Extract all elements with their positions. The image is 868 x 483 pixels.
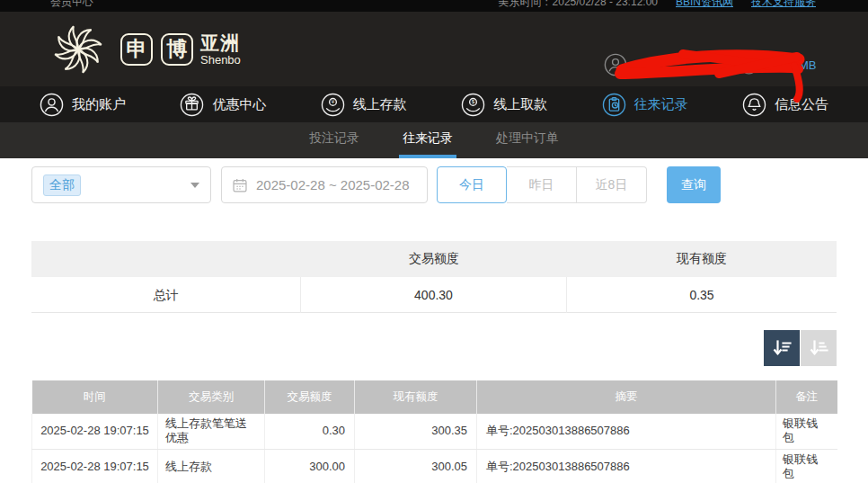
balance-coin-icon[interactable] — [740, 56, 758, 75]
summary-total-balance: 0.35 — [567, 277, 837, 313]
nav-label: 我的账户 — [72, 96, 126, 113]
yesterday-button[interactable]: 昨日 — [507, 166, 577, 203]
sort-ascending-icon — [808, 337, 829, 359]
today-button[interactable]: 今日 — [437, 166, 507, 203]
date-range-text: 2025-02-28 ~ 2025-02-28 — [256, 177, 410, 192]
nav-item-withdraw[interactable]: $ 线上取款 — [461, 93, 547, 117]
cell-balance: 300.35 — [355, 414, 477, 449]
header-amount: 交易额度 — [265, 380, 355, 414]
tab-label: 往来记录 — [403, 130, 453, 147]
table-row: 2025-02-28 19:07:15 线上存款 300.00 300.05 单… — [32, 449, 837, 483]
cell-type: 线上存款笔笔送优惠 — [158, 414, 265, 449]
cell-note: 银联钱包 — [776, 414, 837, 449]
table-row: 2025-02-28 19:07:15 线上存款笔笔送优惠 0.30 300.3… — [32, 414, 837, 449]
sort-descending-icon — [771, 337, 793, 359]
logo-char-bo: 博 — [161, 33, 193, 66]
user-icon — [40, 93, 64, 117]
main-nav: 我的账户 优惠中心 ¥ 线上存款 $ — [0, 86, 868, 122]
cell-note: 银联钱包 — [776, 449, 837, 483]
records-header-row: 时间 交易类别 交易额度 现有额度 摘要 备注 — [32, 380, 837, 414]
cell-amount: 0.30 — [265, 414, 355, 449]
category-select[interactable]: 全部 — [31, 166, 211, 203]
cell-time: 2025-02-28 19:07:15 — [32, 449, 158, 483]
svg-text:¥: ¥ — [332, 98, 335, 104]
records-icon — [602, 93, 626, 117]
content: 全部 2025-02-28 ~ 2025-02-28 今日 昨日 近8日 查询 — [0, 166, 868, 483]
tab-betting-records[interactable]: 投注记录 — [306, 122, 363, 158]
svg-text:$: $ — [472, 98, 475, 104]
summary-header-balance: 现有额度 — [567, 251, 837, 267]
withdraw-icon: $ — [461, 93, 485, 117]
tab-pending-orders[interactable]: 处理中订单 — [492, 122, 562, 158]
balance-text: MB — [799, 58, 817, 72]
tech-support-link[interactable]: 技术支持服务 — [751, 0, 816, 10]
cell-amount: 300.00 — [265, 449, 355, 483]
nav-label: 信息公告 — [775, 96, 828, 113]
cell-time: 2025-02-28 19:07:15 — [32, 414, 158, 449]
header-note: 备注 — [776, 380, 837, 414]
cell-summary: 单号:202503013886507886 — [477, 449, 776, 483]
brand-header: 申 博 亚洲 Shenbo MB — [0, 12, 868, 86]
tab-transaction-records[interactable]: 往来记录 — [399, 122, 456, 158]
records-table: 时间 交易类别 交易额度 现有额度 摘要 备注 2025-02-28 19:07… — [31, 380, 837, 483]
category-selected-chip: 全部 — [43, 174, 81, 196]
summary-header-row: 交易额度 现有额度 — [31, 241, 837, 277]
summary-total-row: 总计 400.30 0.35 — [31, 277, 837, 313]
bbin-news-link[interactable]: BBIN资讯网 — [676, 0, 733, 10]
sub-tabs: 投注记录 往来记录 处理中订单 — [0, 122, 868, 158]
nav-item-announcements[interactable]: 信息公告 — [742, 93, 828, 117]
quick-date-group: 今日 昨日 近8日 — [437, 166, 647, 203]
gift-icon — [180, 93, 204, 117]
header-summary: 摘要 — [477, 380, 776, 414]
sort-descending-button[interactable] — [764, 330, 800, 366]
calendar-icon — [232, 177, 248, 193]
cell-balance: 300.05 — [355, 449, 477, 483]
nav-item-deposit[interactable]: ¥ 线上存款 — [321, 93, 407, 117]
logo-latin-label: Shenbo — [200, 54, 241, 66]
logo-region-label: 亚洲 — [200, 33, 241, 52]
logo-char-shen: 申 — [120, 33, 153, 66]
top-utility-bar: 会员中心 美东时间：2025/02/28 - 23:12:00 BBIN资讯网 … — [0, 0, 868, 12]
page: 会员中心 美东时间：2025/02/28 - 23:12:00 BBIN资讯网 … — [0, 0, 868, 483]
member-center-link[interactable]: 会员中心 — [50, 0, 93, 10]
summary-total-label: 总计 — [31, 277, 301, 313]
search-button[interactable]: 查询 — [667, 166, 721, 203]
date-range-input[interactable]: 2025-02-28 ~ 2025-02-28 — [221, 166, 428, 203]
tab-label: 投注记录 — [309, 130, 359, 147]
nav-label: 优惠中心 — [212, 96, 266, 113]
cell-type: 线上存款 — [158, 449, 265, 483]
summary-header-transaction: 交易额度 — [301, 251, 567, 267]
nav-item-promotions[interactable]: 优惠中心 — [180, 93, 266, 117]
bell-icon — [742, 93, 766, 117]
nav-label: 线上存款 — [353, 96, 407, 113]
shenbo-logo[interactable]: 申 博 亚洲 Shenbo — [49, 20, 241, 79]
header-balance: 现有额度 — [355, 380, 477, 414]
cell-summary: 单号:202503013886507886 — [477, 414, 776, 449]
header-time: 时间 — [32, 380, 158, 414]
nav-label: 线上取款 — [493, 96, 547, 113]
server-time-label: 美东时间：2025/02/28 - 23:12:00 — [499, 0, 658, 10]
tab-label: 处理中订单 — [496, 130, 559, 147]
nav-label: 往来记录 — [634, 96, 688, 113]
last-8-days-button[interactable]: 近8日 — [577, 166, 647, 203]
flower-logo-icon — [49, 20, 108, 79]
header-type: 交易类别 — [158, 380, 265, 414]
deposit-icon: ¥ — [321, 93, 345, 117]
nav-item-transaction-records[interactable]: 往来记录 — [602, 93, 688, 117]
account-user-icon[interactable] — [604, 53, 627, 76]
nav-item-my-account[interactable]: 我的账户 — [40, 93, 126, 117]
sort-controls — [31, 330, 837, 366]
summary-table: 交易额度 现有额度 总计 400.30 0.35 — [31, 241, 837, 313]
sort-ascending-button[interactable] — [801, 330, 837, 366]
chevron-down-icon — [190, 183, 199, 188]
summary-total-transaction: 400.30 — [301, 277, 567, 313]
filter-row: 全部 2025-02-28 ~ 2025-02-28 今日 昨日 近8日 查询 — [31, 166, 837, 203]
